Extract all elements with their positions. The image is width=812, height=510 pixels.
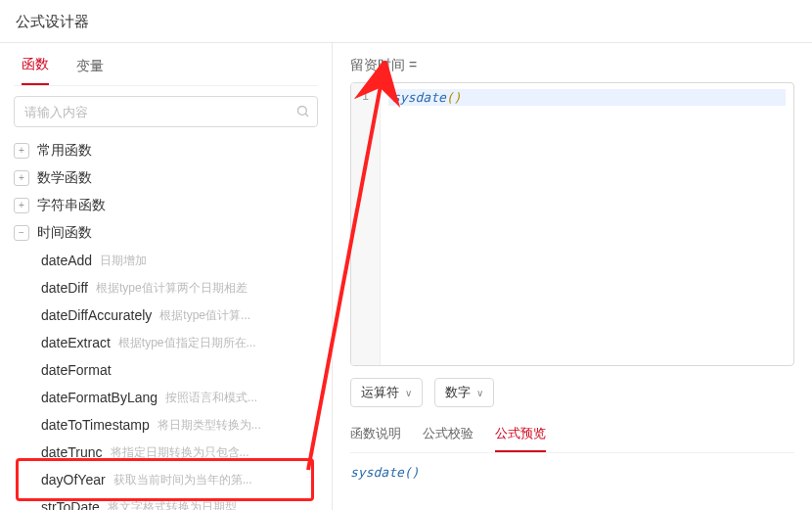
search-input[interactable]	[14, 96, 318, 127]
fn-name: strToDate	[41, 499, 100, 510]
search-wrap	[14, 96, 318, 127]
subtab-validate[interactable]: 公式校验	[423, 425, 474, 452]
subtab-desc[interactable]: 函数说明	[350, 425, 401, 452]
fn-desc: 将文字格式转换为日期型	[108, 499, 237, 511]
fn-desc: 根据type值指定日期所在...	[118, 335, 256, 351]
dialog-header: 公式设计器	[0, 0, 812, 43]
fn-item[interactable]: dateExtract根据type值指定日期所在...	[41, 329, 318, 356]
number-dropdown[interactable]: 数字∨	[434, 378, 494, 407]
fn-name: dateAdd	[41, 253, 92, 268]
group-label: 数学函数	[37, 169, 92, 187]
preview-output: sysdate()	[350, 465, 794, 480]
fn-name: dateToTimestamp	[41, 417, 150, 433]
fn-desc: 根据type值计算两个日期相差	[96, 280, 248, 297]
chevron-down-icon: ∨	[405, 388, 412, 398]
svg-point-0	[298, 107, 307, 116]
dialog-title: 公式设计器	[16, 13, 89, 29]
search-icon	[295, 104, 310, 121]
group-label: 时间函数	[37, 224, 92, 242]
fn-item[interactable]: dateAdd日期增加	[41, 247, 318, 274]
subtab-preview[interactable]: 公式预览	[495, 425, 546, 452]
group-time[interactable]: −时间函数	[14, 219, 318, 247]
sub-tabs: 函数说明 公式校验 公式预览	[350, 425, 794, 453]
svg-line-1	[305, 114, 308, 116]
group-common[interactable]: +常用函数	[14, 137, 318, 164]
main-layout: 函数 变量 +常用函数 +数学函数 +字符串函数 −时间函数 dateAdd日期…	[0, 43, 812, 510]
code-token-paren: ()	[446, 90, 462, 105]
dropdown-label: 运算符	[361, 384, 399, 401]
dropdown-label: 数字	[445, 384, 471, 401]
group-string[interactable]: +字符串函数	[14, 192, 318, 219]
time-fn-list: dateAdd日期增加 dateDiff根据type值计算两个日期相差 date…	[14, 247, 318, 510]
fn-item[interactable]: dateFormatByLang按照语言和模式...	[41, 384, 318, 411]
fn-desc: 日期增加	[100, 253, 147, 269]
fn-desc: 根据type值计算...	[159, 307, 250, 324]
fn-name: dayOfYear	[41, 472, 106, 487]
fn-item[interactable]: dateToTimestamp将日期类型转换为...	[41, 411, 318, 439]
fn-name: dateExtract	[41, 335, 111, 350]
fn-item[interactable]: dateDiffAccurately根据type值计算...	[41, 301, 318, 329]
fn-item[interactable]: dateTrunc将指定日期转换为只包含...	[41, 439, 318, 466]
editor-label: 留资时间 =	[350, 57, 794, 74]
fn-desc: 按照语言和模式...	[165, 390, 257, 406]
left-tabs: 函数 变量	[14, 43, 318, 86]
group-math[interactable]: +数学函数	[14, 164, 318, 192]
fn-name: dateDiff	[41, 280, 88, 296]
fn-desc: 获取当前时间为当年的第...	[113, 472, 252, 488]
code-line: sysdate()	[388, 89, 786, 106]
line-gutter: 1	[351, 83, 381, 365]
collapse-icon: −	[14, 225, 29, 241]
group-label: 字符串函数	[37, 197, 106, 214]
expand-icon: +	[14, 143, 29, 159]
fn-desc: 将指定日期转换为只包含...	[111, 444, 249, 461]
expand-icon: +	[14, 170, 29, 186]
group-label: 常用函数	[37, 142, 92, 160]
code-token-fn: sysdate	[392, 90, 446, 105]
fn-desc: 将日期类型转换为...	[158, 417, 261, 434]
fn-name: dateFormat	[41, 362, 112, 378]
fn-item[interactable]: dateDiff根据type值计算两个日期相差	[41, 274, 318, 301]
formula-editor[interactable]: 1 sysdate()	[350, 82, 794, 366]
line-number: 1	[351, 89, 380, 103]
chevron-down-icon: ∨	[476, 388, 483, 398]
operator-dropdown[interactable]: 运算符∨	[350, 378, 423, 407]
code-area[interactable]: sysdate()	[381, 83, 793, 365]
fn-name: dateFormatByLang	[41, 390, 158, 405]
fn-item[interactable]: dateFormat	[41, 356, 318, 384]
function-tree[interactable]: +常用函数 +数学函数 +字符串函数 −时间函数 dateAdd日期增加 dat…	[14, 137, 318, 510]
expand-icon: +	[14, 198, 29, 213]
tab-variables[interactable]: 变量	[76, 58, 104, 85]
editor-toolbar: 运算符∨ 数字∨	[350, 378, 794, 407]
tab-functions[interactable]: 函数	[22, 56, 49, 85]
left-panel: 函数 变量 +常用函数 +数学函数 +字符串函数 −时间函数 dateAdd日期…	[0, 43, 333, 510]
fn-item[interactable]: dayOfYear获取当前时间为当年的第...	[41, 466, 318, 493]
right-panel: 留资时间 = 1 sysdate() 运算符∨ 数字∨ 函数说明 公式校验 公式…	[333, 43, 812, 510]
fn-name: dateTrunc	[41, 444, 103, 460]
fn-name: dateDiffAccurately	[41, 307, 152, 323]
fn-item[interactable]: strToDate将文字格式转换为日期型	[41, 493, 318, 510]
